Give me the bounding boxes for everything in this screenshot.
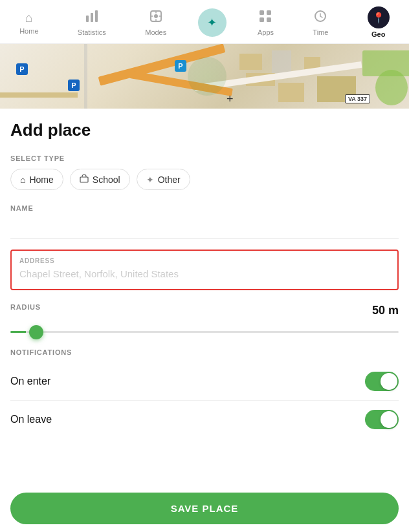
school-type-icon: [80, 174, 89, 185]
toggle-knob-leave: [381, 411, 397, 428]
notification-row-leave: On leave: [10, 401, 399, 438]
select-type-section: SELECT TYPE ⌂ Home School ✦ Other: [10, 154, 399, 190]
notifications-label: NOTIFICATIONS: [10, 348, 399, 356]
notification-label-enter: On enter: [10, 376, 50, 387]
radius-section: RADIUS 50 m: [10, 303, 399, 335]
svg-rect-0: [86, 16, 89, 22]
nav-item-statistics[interactable]: Statistics: [70, 6, 114, 39]
address-box: ADDRESS: [10, 250, 399, 290]
notification-row-enter: On enter: [10, 363, 399, 401]
svg-point-4: [154, 14, 158, 18]
top-navigation: ⌂ Home Statistics Modes ✦: [0, 0, 409, 44]
type-btn-other[interactable]: ✦ Other: [137, 169, 190, 190]
nav-label-time: Time: [313, 28, 328, 36]
notification-label-leave: On leave: [10, 414, 52, 425]
name-label: NAME: [10, 204, 399, 212]
address-label: ADDRESS: [19, 257, 390, 264]
svg-rect-6: [267, 10, 271, 15]
nav-item-modes[interactable]: Modes: [137, 6, 174, 39]
svg-rect-10: [80, 177, 88, 182]
toggle-enter[interactable]: [365, 372, 399, 391]
svg-rect-7: [260, 17, 264, 22]
toggle-leave[interactable]: [365, 410, 399, 429]
type-btn-school-label: School: [93, 175, 120, 185]
main-content: Add place SELECT TYPE ⌂ Home School ✦ Ot…: [0, 109, 409, 518]
road-sign: VA 337: [345, 94, 370, 103]
nav-item-special[interactable]: ✦: [198, 8, 227, 37]
address-section: ADDRESS: [10, 250, 399, 290]
notifications-section: NOTIFICATIONS On enter On leave: [10, 348, 399, 438]
name-section: NAME: [10, 204, 399, 239]
statistics-icon: [85, 9, 99, 27]
nav-label-apps: Apps: [258, 28, 274, 36]
svg-rect-1: [91, 13, 93, 22]
nav-item-home[interactable]: ⌂ Home: [12, 8, 46, 37]
special-icon: ✦: [207, 16, 217, 30]
modes-icon: [149, 9, 163, 27]
nav-item-apps[interactable]: Apps: [250, 6, 282, 39]
toggle-knob-enter: [381, 373, 397, 390]
home-type-icon: ⌂: [20, 175, 25, 185]
svg-rect-8: [267, 17, 271, 22]
geo-icon: 📍: [368, 6, 390, 28]
nav-label-statistics: Statistics: [78, 28, 106, 36]
nav-label-home: Home: [19, 27, 38, 35]
radius-slider[interactable]: [10, 331, 399, 333]
home-icon: ⌂: [25, 10, 33, 25]
type-btn-school[interactable]: School: [70, 169, 130, 190]
type-btn-home-label: Home: [29, 175, 53, 185]
radius-value: 50 m: [372, 304, 399, 317]
save-place-button[interactable]: SAVE PLACE: [10, 493, 399, 524]
nav-label-geo: Geo: [371, 30, 385, 38]
type-btn-other-label: Other: [158, 175, 181, 185]
address-input[interactable]: [19, 268, 390, 279]
nav-item-time[interactable]: Time: [305, 6, 336, 39]
select-type-label: SELECT TYPE: [10, 154, 399, 162]
svg-rect-5: [260, 10, 264, 15]
type-selector: ⌂ Home School ✦ Other: [10, 169, 399, 190]
time-icon: [313, 9, 327, 27]
map-preview: P P P + VA 337: [0, 44, 409, 109]
name-input[interactable]: [10, 218, 399, 239]
save-btn-container: SAVE PLACE: [0, 485, 409, 532]
radius-label: RADIUS: [10, 303, 41, 311]
other-type-icon: ✦: [146, 175, 154, 185]
nav-item-geo[interactable]: 📍 Geo: [360, 4, 397, 41]
type-btn-home[interactable]: ⌂ Home: [10, 169, 63, 190]
apps-icon: [258, 9, 272, 27]
nav-label-modes: Modes: [145, 28, 166, 36]
page-title: Add place: [10, 120, 399, 140]
svg-rect-2: [95, 10, 98, 22]
